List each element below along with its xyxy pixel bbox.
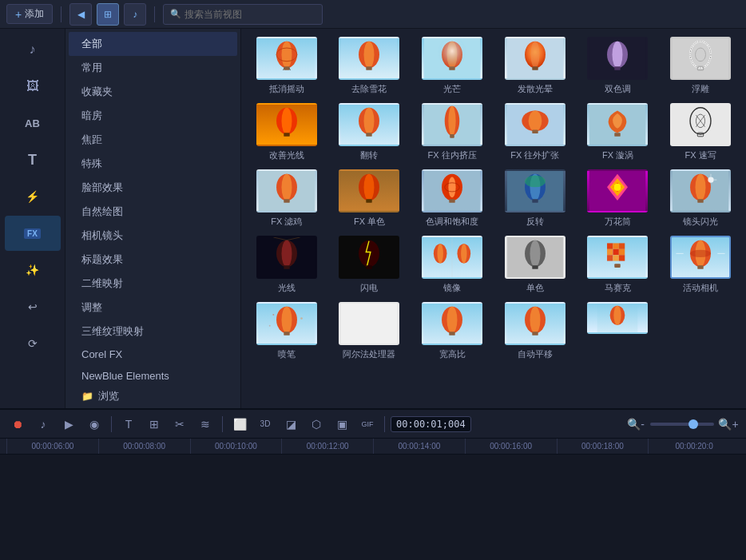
effect-item[interactable]: 光芒 [413, 35, 491, 97]
sidebar-item-audio[interactable]: ♪ [5, 32, 61, 67]
nav-btn-prev[interactable]: ◀ [69, 3, 92, 26]
effect-item-selected[interactable]: 活动相机 [661, 234, 740, 296]
effect-item[interactable]: 喷笔 [248, 300, 326, 362]
category-adjust[interactable]: 调整 [69, 296, 237, 320]
split-button[interactable]: ⊞ [143, 413, 165, 435]
svg-rect-24 [673, 38, 728, 78]
balloon-svg [340, 38, 398, 78]
effect-item[interactable]: 阿尔法处理器 [331, 300, 409, 362]
effect-item[interactable]: FX 速写 [661, 101, 740, 163]
effect-item[interactable]: 翻转 [331, 101, 409, 163]
effect-item[interactable]: 光线 [248, 234, 326, 296]
sidebar-item-filter[interactable]: ✨ [5, 252, 61, 288]
effect-label: FX 滤鸡 [249, 216, 324, 228]
svg-point-15 [438, 38, 467, 73]
category-darkroom[interactable]: 暗房 [69, 104, 237, 128]
mask-button[interactable]: ◪ [280, 413, 302, 435]
effect-item[interactable]: 去除雪花 [331, 35, 409, 97]
effect-item[interactable] [579, 300, 657, 362]
effect-label: FX 速写 [663, 149, 738, 161]
effect-label: 万花筒 [581, 216, 656, 228]
search-input[interactable] [185, 9, 315, 20]
sidebar-item-fx[interactable]: FX [5, 216, 61, 251]
title-button[interactable]: T [117, 413, 140, 435]
effect-item[interactable]: FX 单色 [331, 168, 409, 229]
zoom-slider[interactable] [650, 423, 714, 426]
category-face[interactable]: 脸部效果 [69, 176, 237, 200]
zoom-thumb[interactable] [688, 419, 698, 429]
effect-item[interactable]: 单色 [496, 234, 574, 296]
trim-button[interactable]: ✂ [169, 413, 191, 435]
separator3 [384, 416, 385, 432]
effect-item[interactable]: 浮雕 [661, 35, 740, 97]
sidebar-item-text[interactable]: T [5, 142, 61, 177]
category-corelfx[interactable]: Corel FX [69, 344, 237, 365]
effect-item[interactable]: FX 往外扩张 [496, 101, 574, 163]
effect-item[interactable]: 改善光线 [248, 101, 326, 163]
motion-button[interactable]: ⬡ [305, 413, 327, 435]
category-newblue-elements[interactable]: NewBlue Elements [69, 365, 237, 384]
svg-point-130 [447, 307, 458, 333]
fx-icon: FX [24, 228, 41, 239]
overlay-button[interactable]: ◉ [83, 413, 105, 435]
svg-point-78 [696, 174, 706, 201]
svg-point-79 [708, 177, 713, 182]
category-title[interactable]: 标题效果 [69, 248, 237, 272]
effect-item[interactable]: 马赛克 [579, 234, 657, 296]
effect-item[interactable]: FX 滤鸡 [248, 168, 326, 229]
effect-item[interactable]: 闪电 [331, 234, 409, 296]
svg-rect-10 [367, 66, 372, 70]
3dtext-button[interactable]: 3D [254, 413, 276, 435]
add-button[interactable]: + 添加 [6, 4, 53, 24]
sidebar-item-media[interactable]: 🖼 [5, 69, 61, 104]
sidebar-item-speed[interactable]: ⟳ [5, 326, 61, 361]
category-camera[interactable]: 相机镜头 [69, 224, 237, 248]
category-3dtexture[interactable]: 三维纹理映射 [69, 320, 237, 344]
category-special[interactable]: 特殊 [69, 152, 237, 176]
zoom-in-button[interactable]: 🔍+ [717, 413, 740, 435]
svg-point-59 [364, 174, 375, 201]
effect-thumb [505, 236, 565, 279]
browse-button[interactable]: 📁 浏览 [69, 384, 237, 408]
balloon-svg [340, 237, 398, 277]
sidebar-item-motion[interactable]: ↩ [5, 289, 61, 324]
record-button[interactable]: ⏺ [6, 413, 29, 435]
audio-button[interactable]: ♪ [32, 413, 54, 435]
effect-item[interactable]: 万花筒 [579, 168, 657, 229]
sidebar-item-caption[interactable]: AB [5, 105, 61, 141]
effect-item[interactable]: 镜像 [413, 234, 491, 296]
sidebar-item-transition[interactable]: ⚡ [5, 179, 61, 214]
gif-button[interactable]: GIF [356, 413, 379, 435]
category-2dmap[interactable]: 二维映射 [69, 272, 237, 296]
effect-item[interactable]: 色调和饱和度 [413, 168, 491, 229]
folder-icon: 📁 [81, 391, 93, 402]
category-common[interactable]: 常用 [69, 56, 237, 80]
separator2 [222, 416, 223, 432]
effect-item[interactable]: 自动平移 [496, 300, 574, 362]
nav-btn-audio[interactable]: ♪ [124, 3, 146, 26]
effect-item[interactable]: 发散光晕 [496, 35, 574, 97]
category-favorites[interactable]: 收藏夹 [69, 80, 237, 104]
category-nature[interactable]: 自然绘图 [69, 200, 237, 224]
svg-rect-91 [367, 265, 372, 269]
category-all[interactable]: 全部 [69, 32, 237, 56]
video-button[interactable]: ▶ [58, 413, 80, 435]
ruler-mark: 00:00:18:00 [557, 439, 649, 454]
category-focus[interactable]: 焦距 [69, 128, 237, 152]
ripple-button[interactable]: ≋ [194, 413, 216, 435]
effect-thumb [587, 236, 648, 279]
zoom-out-button[interactable]: 🔍- [625, 413, 647, 435]
effect-item[interactable]: 宽高比 [413, 300, 491, 362]
crop2-button[interactable]: ▣ [331, 413, 353, 435]
effect-item[interactable]: FX 漩涡 [579, 101, 657, 163]
nav-btn-grid[interactable]: ⊞ [97, 3, 119, 26]
effect-item[interactable]: 反转 [496, 168, 574, 229]
balloon-svg [506, 38, 564, 78]
browse-label: 浏览 [98, 389, 119, 403]
effect-item[interactable]: 抵消摇动 [248, 35, 326, 97]
effect-item[interactable]: 镜头闪光 [661, 168, 740, 229]
effect-item[interactable]: FX 往内挤压 [413, 101, 491, 163]
svg-rect-19 [532, 66, 538, 70]
effect-item[interactable]: 双色调 [579, 35, 657, 97]
crop-button[interactable]: ⬜ [228, 413, 251, 435]
